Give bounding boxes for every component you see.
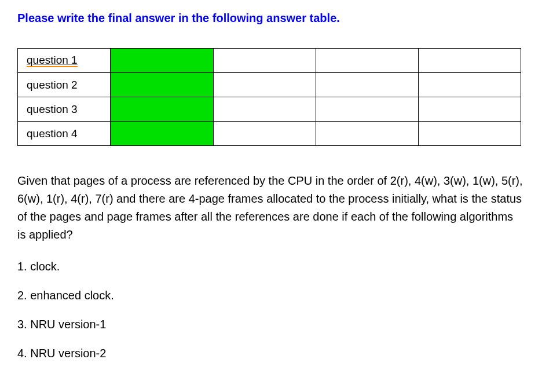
question-paragraph: Given that pages of a process are refere… [17, 172, 525, 244]
answer-cell[interactable] [316, 73, 419, 97]
table-row: question 4 [18, 122, 521, 146]
row-label: question 4 [27, 127, 78, 140]
row-label-cell: question 3 [18, 97, 111, 122]
row-label-cell: question 4 [18, 122, 111, 146]
row-label: question 3 [27, 103, 78, 115]
answer-cell[interactable] [316, 122, 419, 146]
table-row: question 2 [18, 73, 521, 97]
row-label: question 2 [27, 79, 78, 91]
list-item: 3. NRU version-1 [17, 316, 525, 332]
answer-cell[interactable] [419, 97, 521, 122]
answer-cell[interactable] [419, 73, 521, 97]
list-item: 4. NRU version-2 [17, 345, 525, 361]
answer-table: question 1 question 2 question 3 questio… [17, 48, 521, 146]
list-item: 1. clock. [17, 258, 525, 274]
answer-cell[interactable] [214, 97, 316, 122]
list-item: 2. enhanced clock. [17, 287, 525, 303]
table-row: question 1 [18, 49, 521, 73]
answer-cell[interactable] [214, 73, 316, 97]
answer-cell-highlighted[interactable] [111, 122, 214, 146]
answer-cell[interactable] [316, 49, 419, 73]
row-label-cell: question 1 [18, 49, 111, 73]
answer-cell-highlighted[interactable] [111, 49, 214, 73]
answer-cell[interactable] [214, 49, 316, 73]
row-label-cell: question 2 [18, 73, 111, 97]
answer-cell[interactable] [419, 122, 521, 146]
answer-cell-highlighted[interactable] [111, 97, 214, 122]
answer-cell[interactable] [316, 97, 419, 122]
row-label: question 1 [27, 54, 78, 68]
answer-cell-highlighted[interactable] [111, 73, 214, 97]
answer-cell[interactable] [419, 49, 521, 73]
table-row: question 3 [18, 97, 521, 122]
answer-cell[interactable] [214, 122, 316, 146]
instruction-heading: Please write the final answer in the fol… [17, 12, 525, 25]
